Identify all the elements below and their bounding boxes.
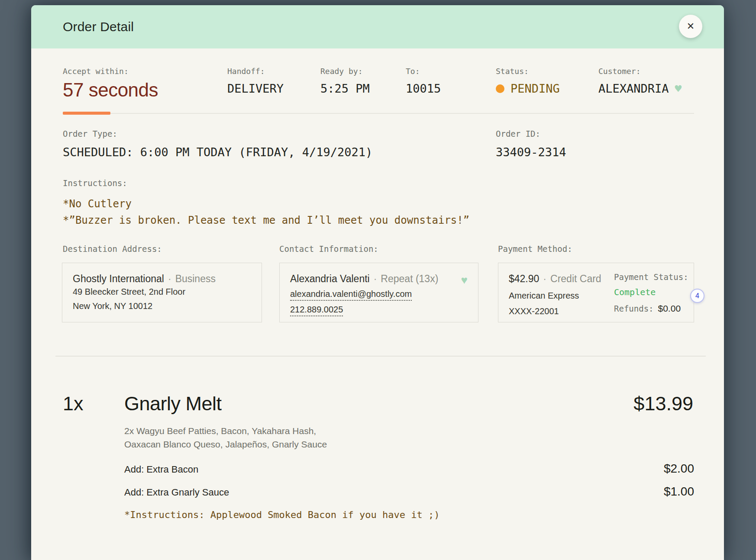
ready-by-value: 5:25 PM [320, 82, 370, 95]
status-column: Status: PENDING [496, 67, 560, 95]
order-type-value: SCHEDULED: 6:00 PM TODAY (FRIDAY, 4/19/2… [63, 145, 372, 159]
contact-email-link[interactable]: alexandria.valenti@ghostly.com [290, 289, 412, 301]
accept-within-column: Accept within: 57 seconds [63, 67, 158, 101]
modal-header: Order Detail ✕ [31, 5, 724, 48]
order-type-section: Order Type: SCHEDULED: 6:00 PM TODAY (FR… [63, 129, 372, 159]
payment-amount: $42.90 [509, 273, 539, 285]
ready-by-label: Ready by: [320, 67, 370, 76]
accept-timer-progress-track [63, 113, 694, 114]
close-button[interactable]: ✕ [679, 15, 702, 38]
contact-information-card: Alexandria Valenti · Repeat (13x) ♥ alex… [279, 263, 478, 322]
item-addon-row: Add: Extra Bacon $2.00 [124, 462, 694, 476]
item-name: Gnarly Melt [124, 393, 222, 415]
order-instructions-section: Instructions: *No Cutlery *”Buzzer is br… [63, 178, 469, 229]
status-dot-icon [496, 84, 504, 93]
dot-separator: · [543, 273, 546, 285]
status-value-row: PENDING [496, 82, 560, 95]
customer-name: ALEXANDRIA [598, 82, 669, 95]
payment-status-label: Payment Status: [614, 272, 688, 282]
payment-status-value: Complete [614, 287, 688, 297]
dot-separator: · [374, 273, 377, 285]
order-id-value: 33409-2314 [496, 145, 566, 159]
item-instructions-note: *Instructions: Applewood Smoked Bacon if… [124, 509, 439, 520]
instructions-line: *”Buzzer is broken. Please text me and I… [63, 212, 469, 229]
order-id-section: Order ID: 33409-2314 [496, 129, 566, 159]
item-description-line: 2x Wagyu Beef Patties, Bacon, Yakahara H… [124, 424, 327, 438]
annotation-badge-4[interactable]: 4 [690, 289, 704, 303]
addon-price: $1.00 [664, 485, 694, 499]
destination-address-card: Ghostly International · Business 49 Blee… [62, 263, 262, 322]
order-id-label: Order ID: [496, 129, 566, 138]
instructions-line: *No Cutlery [63, 196, 469, 212]
contact-information-label: Contact Information: [279, 244, 378, 254]
payment-method-label: Payment Method: [498, 244, 572, 254]
status-label: Status: [496, 67, 560, 76]
destination-category: Business [175, 273, 216, 285]
accept-within-value: 57 seconds [63, 79, 158, 101]
section-divider [55, 356, 706, 357]
item-description-line: Oaxacan Blanco Queso, Jalapeños, Gnarly … [124, 438, 327, 451]
accept-timer-progress-fill [63, 112, 110, 115]
order-detail-modal: Order Detail ✕ Accept within: 57 seconds… [31, 5, 724, 560]
customer-favorite-heart-icon[interactable]: ♥ [675, 83, 682, 94]
addon-price: $2.00 [664, 462, 694, 476]
customer-value-row: ALEXANDRIA ♥ [598, 82, 682, 95]
destination-name: Ghostly International [73, 273, 164, 285]
handoff-value: DELIVERY [227, 82, 284, 95]
destination-street: 49 Bleecker Street, 2nd Floor [73, 285, 251, 299]
contact-favorite-heart-icon[interactable]: ♥ [461, 274, 468, 286]
customer-label: Customer: [598, 67, 682, 76]
refunds-label: Refunds: [614, 304, 654, 313]
payment-method-card: $42.90 · Credit Card American Express XX… [498, 263, 694, 322]
contact-repeat-count: Repeat (13x) [381, 273, 438, 285]
item-price: $13.99 [633, 393, 693, 415]
item-quantity: 1x [63, 393, 84, 415]
customer-column: Customer: ALEXANDRIA ♥ [598, 67, 682, 95]
handoff-label: Handoff: [227, 67, 284, 76]
refunds-value: $0.00 [658, 303, 681, 314]
close-icon: ✕ [687, 21, 695, 32]
addon-label: Add: Extra Bacon [124, 464, 198, 475]
ready-by-column: Ready by: 5:25 PM [320, 67, 370, 95]
instructions-label: Instructions: [63, 178, 469, 188]
dot-separator: · [168, 273, 171, 285]
destination-city: New York, NY 10012 [73, 299, 251, 313]
contact-name: Alexandria Valenti [290, 273, 370, 285]
handoff-column: Handoff: DELIVERY [227, 67, 284, 95]
destination-address-label: Destination Address: [63, 244, 162, 254]
to-value: 10015 [406, 82, 441, 95]
order-type-label: Order Type: [63, 129, 372, 138]
addon-label: Add: Extra Gnarly Sauce [124, 487, 229, 498]
payment-method-type: Credit Card [550, 273, 601, 285]
status-badge: PENDING [510, 82, 560, 95]
accept-within-label: Accept within: [63, 67, 158, 76]
to-column: To: 10015 [406, 67, 441, 95]
page-title: Order Detail [63, 5, 134, 48]
item-addon-row: Add: Extra Gnarly Sauce $1.00 [124, 485, 694, 499]
to-label: To: [406, 67, 441, 76]
contact-phone-link[interactable]: 212.889.0025 [290, 305, 343, 316]
